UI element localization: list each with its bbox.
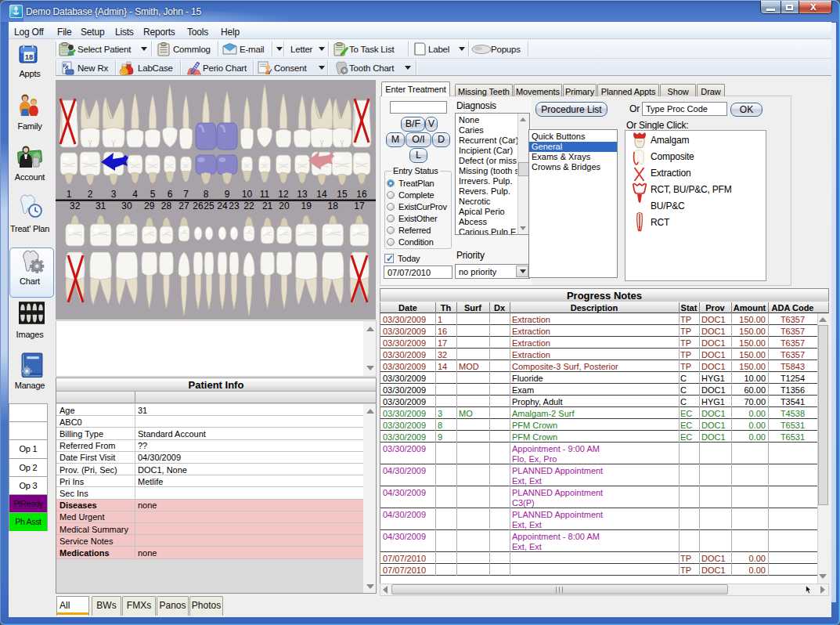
svg-text:21: 21 <box>262 201 273 211</box>
svg-text:7: 7 <box>183 189 189 200</box>
svg-text:3: 3 <box>111 189 117 200</box>
svg-text:15: 15 <box>337 189 348 200</box>
svg-text:27: 27 <box>178 201 189 211</box>
svg-text:4: 4 <box>132 189 138 200</box>
svg-text:32: 32 <box>70 201 81 211</box>
svg-text:8: 8 <box>204 189 209 200</box>
svg-text:2: 2 <box>88 189 93 200</box>
svg-text:10: 10 <box>242 189 253 200</box>
svg-text:24: 24 <box>217 201 228 211</box>
svg-text:18: 18 <box>328 201 339 211</box>
svg-text:13: 13 <box>297 189 308 200</box>
svg-text:26: 26 <box>193 201 204 211</box>
svg-text:20: 20 <box>279 201 290 211</box>
svg-text:6: 6 <box>168 189 173 200</box>
svg-text:11: 11 <box>260 189 270 200</box>
svg-text:28: 28 <box>161 201 172 211</box>
svg-text:25: 25 <box>204 201 215 211</box>
svg-text:31: 31 <box>96 201 106 211</box>
svg-text:29: 29 <box>144 201 155 211</box>
svg-text:12: 12 <box>278 189 289 200</box>
svg-text:17: 17 <box>354 201 365 211</box>
svg-text:1: 1 <box>67 189 72 200</box>
svg-text:9: 9 <box>225 189 230 200</box>
svg-text:22: 22 <box>243 201 254 211</box>
svg-text:18: 18 <box>25 52 34 61</box>
svg-text:19: 19 <box>301 201 312 211</box>
svg-text:16: 16 <box>356 189 367 200</box>
svg-text:5: 5 <box>150 189 156 200</box>
svg-text:23: 23 <box>229 201 240 211</box>
svg-text:14: 14 <box>316 189 327 200</box>
svg-text:30: 30 <box>121 201 132 211</box>
